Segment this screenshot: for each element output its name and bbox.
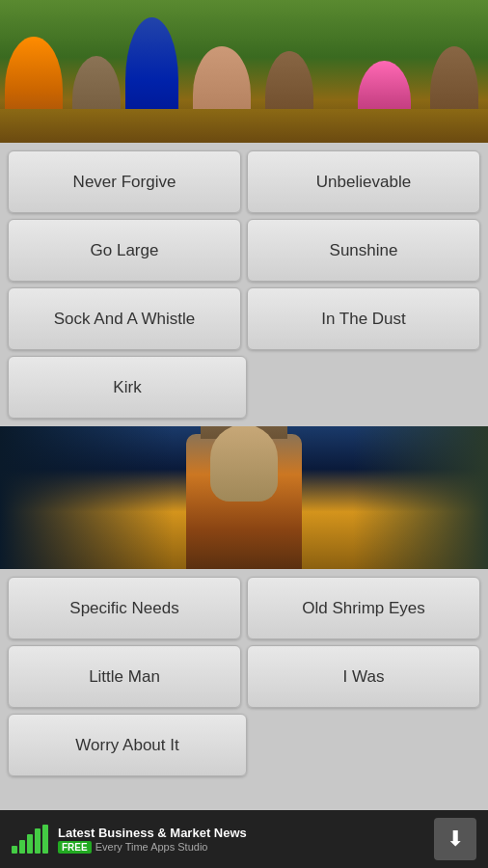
button-row-6: Little Man I Was	[8, 645, 480, 708]
unbelievable-button[interactable]: Unbelievable	[247, 150, 480, 213]
button-row-5: Specific Needs Old Shrimp Eyes	[8, 577, 480, 639]
kirk-button[interactable]: Kirk	[8, 356, 247, 419]
little-man-button[interactable]: Little Man	[8, 645, 241, 708]
sock-and-a-whistle-button[interactable]: Sock And A Whistle	[8, 287, 241, 350]
specific-needs-button[interactable]: Specific Needs	[8, 577, 241, 639]
top-banner-image	[0, 0, 488, 143]
ad-subtitle: FREEEvery Time Apps Studio	[58, 841, 424, 854]
worry-about-it-button[interactable]: Worry About It	[8, 714, 247, 776]
ad-title: Latest Business & Market News	[58, 826, 424, 840]
ad-banner: Latest Business & Market News FREEEvery …	[0, 810, 488, 868]
old-shrimp-eyes-button[interactable]: Old Shrimp Eyes	[247, 577, 480, 639]
button-row-4: Kirk	[8, 356, 480, 419]
ad-free-badge: FREE	[58, 841, 92, 854]
download-arrow-icon: ⬇	[447, 827, 464, 852]
sunshine-button[interactable]: Sunshine	[247, 219, 480, 282]
button-row-1: Never Forgive Unbelievable	[8, 150, 480, 213]
never-forgive-button[interactable]: Never Forgive	[8, 150, 241, 213]
ad-bars-icon	[12, 825, 48, 854]
ad-studio-name: Every Time Apps Studio	[95, 841, 208, 853]
go-large-button[interactable]: Go Large	[8, 219, 241, 282]
second-button-grid: Specific Needs Old Shrimp Eyes Little Ma…	[0, 569, 488, 784]
bar-3	[27, 834, 33, 854]
bar-4	[35, 828, 41, 854]
in-the-dust-button[interactable]: In The Dust	[247, 287, 480, 350]
button-row-3: Sock And A Whistle In The Dust	[8, 287, 480, 350]
ad-download-button[interactable]: ⬇	[434, 818, 476, 860]
button-row-7: Worry About It	[8, 714, 480, 776]
first-button-grid: Never Forgive Unbelievable Go Large Suns…	[0, 143, 488, 426]
middle-banner-image	[0, 426, 488, 569]
bar-5	[42, 825, 48, 854]
bar-2	[19, 840, 25, 854]
i-was-button[interactable]: I Was	[247, 645, 480, 708]
button-row-2: Go Large Sunshine	[8, 219, 480, 282]
ad-text-area: Latest Business & Market News FREEEvery …	[58, 826, 424, 854]
bar-1	[12, 846, 17, 854]
